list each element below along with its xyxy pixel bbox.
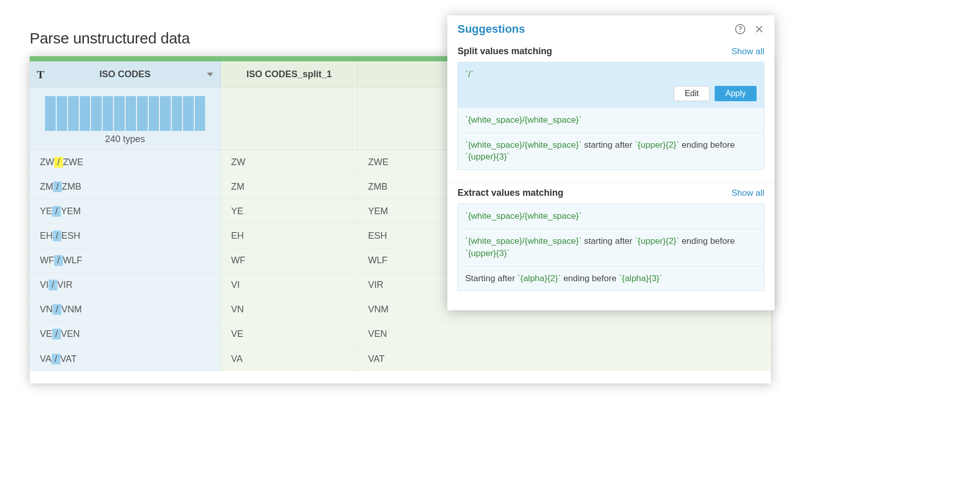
split-section: Split values matching Show all `/`EditAp… bbox=[447, 41, 774, 179]
extract-suggestions-list: `{white_space}/{white_space}``{white_spa… bbox=[458, 203, 764, 291]
pattern-token: `{upper}{2}` bbox=[635, 236, 679, 246]
extract-section-title: Extract values matching bbox=[458, 188, 732, 198]
cell-iso-codes[interactable]: EH / ESH bbox=[30, 224, 221, 248]
panel-header: Suggestions bbox=[447, 15, 774, 41]
cell-split-1[interactable]: VE bbox=[221, 322, 358, 346]
suggestion-item[interactable]: `{white_space}/{white_space}` bbox=[458, 204, 764, 229]
cell-split-1[interactable]: EH bbox=[221, 224, 358, 248]
cell-split-2[interactable]: VEN bbox=[358, 322, 771, 346]
suggestion-item[interactable]: `{white_space}/{white_space}` starting a… bbox=[458, 132, 764, 170]
suggestion-item[interactable]: `{white_space}/{white_space}` bbox=[458, 107, 764, 132]
edit-button[interactable]: Edit bbox=[674, 86, 710, 101]
pattern-text: starting after bbox=[582, 236, 635, 246]
suggestion-item[interactable]: `/`EditApply bbox=[458, 62, 764, 107]
pattern-text: ending before bbox=[679, 140, 735, 150]
types-count-label: 240 types bbox=[39, 134, 211, 145]
cell-iso-codes[interactable]: VE / VEN bbox=[30, 322, 221, 346]
cell-iso-codes[interactable]: WF / WLF bbox=[30, 248, 221, 272]
summary-cell-iso-codes: 240 types bbox=[30, 88, 221, 150]
pattern-token: `{upper}{3}` bbox=[465, 248, 510, 258]
cell-split-1[interactable]: VA bbox=[221, 347, 358, 371]
pattern-token: `{upper}{3}` bbox=[465, 152, 510, 162]
cell-iso-codes[interactable]: VA / VAT bbox=[30, 347, 221, 371]
suggestions-panel: Suggestions Split values mat bbox=[447, 15, 774, 310]
column-header-label: ISO CODES_split_1 bbox=[246, 69, 332, 80]
cell-iso-codes[interactable]: VI / VIR bbox=[30, 273, 221, 297]
split-show-all-link[interactable]: Show all bbox=[732, 47, 764, 57]
cell-iso-codes[interactable]: ZW / ZWE bbox=[30, 150, 221, 174]
column-header-split-1[interactable]: ISO CODES_split_1 bbox=[221, 61, 358, 87]
help-icon[interactable] bbox=[735, 24, 746, 35]
suggestion-actions: EditApply bbox=[465, 86, 757, 101]
cell-split-1[interactable]: YE bbox=[221, 199, 358, 223]
histogram-icon bbox=[45, 96, 205, 131]
cell-split-1[interactable]: VN bbox=[221, 298, 358, 322]
pattern-text: ending before bbox=[679, 236, 735, 246]
cell-split-1[interactable]: VI bbox=[221, 273, 358, 297]
pattern-token: `{alpha}{2}` bbox=[517, 273, 561, 283]
cell-split-1[interactable]: WF bbox=[221, 248, 358, 272]
table-row: VA / VATVAVAT bbox=[30, 347, 771, 371]
pattern-token: `{white_space}/{white_space}` bbox=[465, 140, 582, 150]
table-row: VE / VENVEVEN bbox=[30, 322, 771, 347]
pattern-token: `{upper}{2}` bbox=[635, 140, 679, 150]
cell-split-1[interactable]: ZW bbox=[221, 150, 358, 174]
summary-cell-split-1 bbox=[221, 88, 358, 150]
cell-split-2[interactable]: VAT bbox=[358, 347, 771, 371]
cell-iso-codes[interactable]: YE / YEM bbox=[30, 199, 221, 223]
pattern-token: `{white_space}/{white_space}` bbox=[465, 115, 582, 125]
apply-button[interactable]: Apply bbox=[715, 86, 757, 101]
pattern-token: `{white_space}/{white_space}` bbox=[465, 211, 582, 221]
page-title: Parse unstructured data bbox=[30, 30, 190, 47]
svg-point-1 bbox=[740, 31, 741, 32]
suggestion-item[interactable]: Starting after `{alpha}{2}` ending befor… bbox=[458, 266, 764, 291]
split-section-title: Split values matching bbox=[458, 46, 732, 57]
extract-section: Extract values matching Show all `{white… bbox=[447, 182, 774, 300]
pattern-token: `{white_space}/{white_space}` bbox=[465, 236, 582, 246]
extract-show-all-link[interactable]: Show all bbox=[732, 188, 764, 198]
suggestion-item[interactable]: `{white_space}/{white_space}` starting a… bbox=[458, 229, 764, 266]
pattern-token: `{alpha}{3}` bbox=[619, 273, 663, 283]
chevron-down-icon[interactable] bbox=[207, 73, 213, 77]
text-type-icon: T bbox=[37, 68, 44, 81]
close-icon[interactable] bbox=[754, 24, 764, 34]
pattern-text: Starting after bbox=[465, 273, 517, 283]
cell-iso-codes[interactable]: ZM / ZMB bbox=[30, 175, 221, 199]
pattern-token: `/` bbox=[465, 70, 473, 79]
pattern-text: starting after bbox=[582, 140, 635, 150]
split-suggestions-list: `/`EditApply`{white_space}/{white_space}… bbox=[458, 62, 764, 170]
column-header-iso-codes[interactable]: T ISO CODES bbox=[30, 61, 221, 87]
panel-title: Suggestions bbox=[458, 22, 735, 36]
column-header-label: ISO CODES bbox=[99, 69, 150, 80]
cell-iso-codes[interactable]: VN / VNM bbox=[30, 298, 221, 322]
cell-split-1[interactable]: ZM bbox=[221, 175, 358, 199]
pattern-text: ending before bbox=[561, 273, 619, 283]
